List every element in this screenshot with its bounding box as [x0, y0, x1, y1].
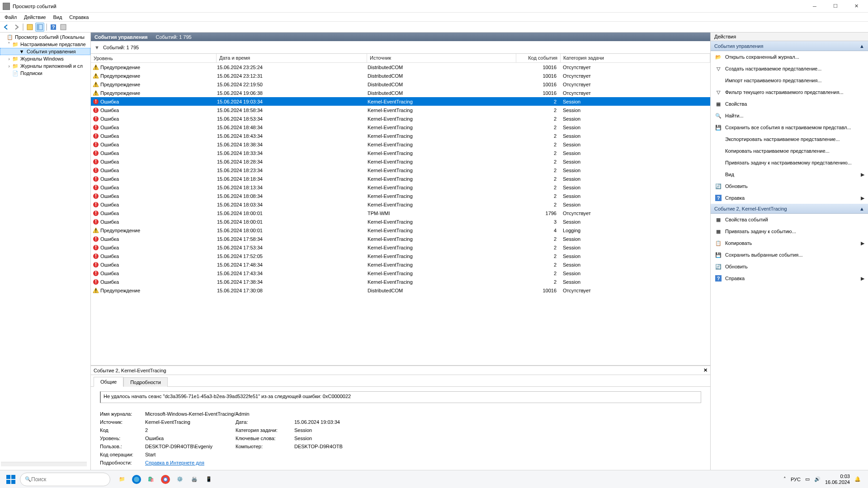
table-row[interactable]: !Ошибка15.06.2024 18:00:01TPM-WMI1796Отс…: [91, 209, 710, 217]
col-date[interactable]: Дата и время: [217, 54, 367, 62]
event-list[interactable]: !Предупреждение15.06.2024 23:25:24Distri…: [91, 63, 710, 365]
actions-group2[interactable]: Событие 2, Kernel-EventTracing▲: [711, 204, 868, 214]
table-row[interactable]: !Ошибка15.06.2024 17:48:34Kernel-EventTr…: [91, 260, 710, 269]
col-source[interactable]: Источник: [367, 54, 516, 62]
navigation-tree[interactable]: 📋Просмотр событий (Локальны ˅📁Настраивае…: [0, 33, 91, 470]
svg-text:!: !: [95, 65, 97, 70]
close-button[interactable]: ✕: [850, 2, 863, 11]
collapse-icon[interactable]: ▲: [859, 43, 864, 49]
table-row[interactable]: !Ошибка15.06.2024 19:03:34Kernel-EventTr…: [91, 97, 710, 106]
collapse-icon[interactable]: ▲: [859, 206, 864, 211]
app-icon[interactable]: 📱: [202, 472, 216, 487]
tree-windows-logs[interactable]: ›📁Журналы Windows: [0, 55, 90, 62]
app-icon[interactable]: ⚙️: [173, 472, 187, 487]
table-row[interactable]: !Ошибка15.06.2024 18:38:34Kernel-EventTr…: [91, 140, 710, 149]
svg-text:?: ?: [717, 276, 720, 281]
language-indicator[interactable]: РУС: [791, 477, 801, 482]
col-category[interactable]: Категория задачи: [561, 54, 710, 62]
minimize-button[interactable]: ─: [808, 2, 821, 11]
show-tree-button[interactable]: [25, 23, 34, 32]
tab-general[interactable]: Общие: [94, 377, 123, 387]
tree-root[interactable]: 📋Просмотр событий (Локальны: [0, 33, 90, 41]
notifications-icon[interactable]: 🔔: [854, 476, 861, 482]
action-item[interactable]: Привязать задачу к настраиваемому предст…: [711, 157, 868, 169]
tree-subscriptions[interactable]: 📄Подписки: [0, 70, 90, 77]
edge-icon[interactable]: [129, 472, 144, 487]
table-row[interactable]: !Ошибка15.06.2024 18:13:34Kernel-EventTr…: [91, 183, 710, 192]
store-icon[interactable]: 🛍️: [144, 472, 158, 487]
tab-details[interactable]: Подробности: [123, 377, 168, 387]
table-row[interactable]: !Ошибка15.06.2024 17:52:05Kernel-EventTr…: [91, 252, 710, 260]
table-row[interactable]: !Ошибка15.06.2024 18:48:34Kernel-EventTr…: [91, 123, 710, 131]
tree-scrollbar[interactable]: [1, 462, 87, 466]
table-row[interactable]: !Ошибка15.06.2024 17:38:34Kernel-EventTr…: [91, 277, 710, 286]
online-help-link[interactable]: Справка в Интернете для: [145, 460, 701, 465]
col-level[interactable]: Уровень: [91, 54, 217, 62]
action-item[interactable]: 🔄Обновить: [711, 261, 868, 272]
panel-button[interactable]: [35, 23, 44, 32]
table-row[interactable]: !Ошибка15.06.2024 17:53:34Kernel-EventTr…: [91, 243, 710, 252]
action-item[interactable]: 📋Копировать▶: [711, 237, 868, 249]
actions-group1[interactable]: События управления▲: [711, 41, 868, 51]
table-row[interactable]: !Ошибка15.06.2024 18:58:34Kernel-EventTr…: [91, 106, 710, 114]
table-row[interactable]: !Ошибка15.06.2024 17:43:34Kernel-EventTr…: [91, 269, 710, 277]
table-row[interactable]: !Предупреждение15.06.2024 19:06:38Distri…: [91, 89, 710, 97]
action-item[interactable]: 📂Открыть сохраненный журнал...: [711, 51, 868, 63]
action-item[interactable]: ?Справка▶: [711, 272, 868, 284]
toolbar-button[interactable]: [59, 23, 68, 32]
maximize-button[interactable]: ☐: [829, 2, 842, 11]
action-item[interactable]: ?Справка▶: [711, 192, 868, 204]
search-input[interactable]: [31, 476, 105, 483]
clock[interactable]: 0:0316.06.2024: [825, 474, 850, 484]
app-icon[interactable]: 🖨️: [187, 472, 202, 487]
action-item[interactable]: ▽Фильтр текущего настраиваемого представ…: [711, 86, 868, 98]
table-row[interactable]: !Ошибка15.06.2024 18:33:34Kernel-EventTr…: [91, 149, 710, 157]
volume-icon[interactable]: 🔊: [814, 476, 821, 482]
tree-custom-views[interactable]: ˅📁Настраиваемые представле: [0, 41, 90, 48]
table-row[interactable]: !Ошибка15.06.2024 18:23:34Kernel-EventTr…: [91, 166, 710, 174]
action-item[interactable]: ▦Привязать задачу к событию...: [711, 225, 868, 237]
menu-action[interactable]: Действие: [20, 14, 49, 21]
action-item[interactable]: ▽Создать настраиваемое представление...: [711, 63, 868, 75]
menu-help[interactable]: Справка: [66, 14, 92, 21]
action-item[interactable]: ▦Свойства: [711, 98, 868, 110]
action-item[interactable]: 🔄Обновить: [711, 180, 868, 192]
action-item[interactable]: Экспортировать настраиваемое представлен…: [711, 133, 868, 145]
table-row[interactable]: !Ошибка15.06.2024 18:28:34Kernel-EventTr…: [91, 157, 710, 166]
menu-file[interactable]: Файл: [1, 14, 20, 21]
col-eventid[interactable]: Код события: [516, 54, 561, 62]
action-item[interactable]: ▦Свойства событий: [711, 214, 868, 225]
table-row[interactable]: !Ошибка15.06.2024 18:53:34Kernel-EventTr…: [91, 114, 710, 123]
action-item[interactable]: Копировать настраиваемое представление..…: [711, 145, 868, 157]
table-row[interactable]: !Предупреждение15.06.2024 18:00:01Kernel…: [91, 226, 710, 235]
table-row[interactable]: !Предупреждение15.06.2024 23:12:31Distri…: [91, 71, 710, 80]
action-item[interactable]: 💾Сохранить выбранные события...: [711, 249, 868, 261]
taskbar-search[interactable]: 🔍: [20, 473, 110, 486]
table-row[interactable]: !Ошибка15.06.2024 18:43:34Kernel-EventTr…: [91, 131, 710, 140]
table-row[interactable]: !Ошибка15.06.2024 18:08:34Kernel-EventTr…: [91, 192, 710, 200]
table-row[interactable]: !Ошибка15.06.2024 17:58:34Kernel-EventTr…: [91, 235, 710, 243]
action-item[interactable]: 🔍Найти...: [711, 110, 868, 122]
table-row[interactable]: !Предупреждение15.06.2024 17:30:08Distri…: [91, 286, 710, 295]
help-button[interactable]: ?: [49, 23, 58, 32]
table-row[interactable]: !Ошибка15.06.2024 18:00:01Kernel-EventTr…: [91, 217, 710, 226]
action-item[interactable]: 💾Сохранить все события в настраиваемом п…: [711, 122, 868, 133]
menu-view[interactable]: Вид: [49, 14, 66, 21]
table-row[interactable]: !Ошибка15.06.2024 18:18:34Kernel-EventTr…: [91, 174, 710, 183]
action-icon: 📋: [714, 240, 722, 246]
action-item[interactable]: Вид▶: [711, 169, 868, 180]
tray-chevron-icon[interactable]: ˄: [783, 476, 786, 482]
table-row[interactable]: !Ошибка15.06.2024 18:03:34Kernel-EventTr…: [91, 200, 710, 209]
back-button[interactable]: [2, 23, 11, 32]
tree-admin-events[interactable]: ▼События управления: [0, 48, 90, 55]
table-row[interactable]: !Предупреждение15.06.2024 22:19:50Distri…: [91, 80, 710, 89]
network-icon[interactable]: ▭: [805, 476, 810, 482]
tree-app-logs[interactable]: ›📁Журналы приложений и сл: [0, 62, 90, 70]
explorer-icon[interactable]: 📁: [115, 472, 129, 487]
table-row[interactable]: !Предупреждение15.06.2024 23:25:24Distri…: [91, 63, 710, 71]
action-item[interactable]: Импорт настраиваемого представления...: [711, 75, 868, 86]
start-button[interactable]: [4, 472, 18, 487]
forward-button[interactable]: [12, 23, 21, 32]
chrome-icon[interactable]: [158, 472, 173, 487]
detail-close-icon[interactable]: ✕: [703, 367, 708, 373]
